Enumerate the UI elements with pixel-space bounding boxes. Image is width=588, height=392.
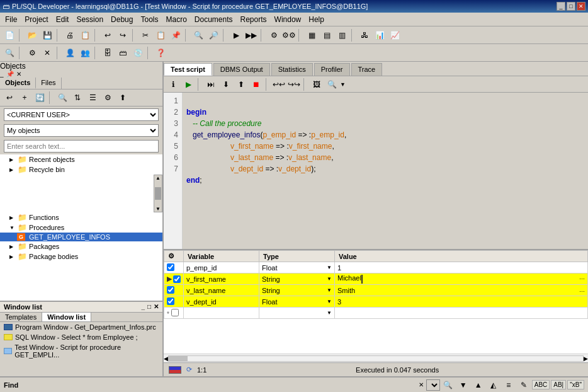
- expand-functions-icon[interactable]: ▶: [9, 215, 16, 221]
- menu-reports[interactable]: Reports: [237, 14, 271, 25]
- var-name-new[interactable]: [184, 308, 259, 319]
- menu-macro[interactable]: Macro: [162, 14, 190, 25]
- var-value-3-expand[interactable]: …: [579, 287, 585, 293]
- expand-recycle-icon[interactable]: ▶: [9, 167, 16, 173]
- find-replace-btn[interactable]: ≡: [502, 378, 516, 392]
- find-edit-btn[interactable]: ✎: [517, 378, 531, 392]
- tab-dbms-output[interactable]: DBMS Output: [213, 63, 270, 76]
- config2-button[interactable]: 📊: [373, 28, 387, 42]
- menu-help[interactable]: Help: [305, 14, 328, 25]
- clear-btn[interactable]: ✕: [40, 46, 54, 60]
- var-check-3[interactable]: [167, 286, 174, 294]
- filter-dropdown[interactable]: My objects: [4, 124, 159, 137]
- execute-button[interactable]: ▶: [229, 28, 243, 42]
- var-value-4[interactable]: 3: [335, 296, 588, 308]
- help-btn[interactable]: ❓: [154, 46, 167, 60]
- scroll-thumb[interactable]: [169, 356, 188, 361]
- db-btn[interactable]: 🗄: [101, 46, 115, 60]
- tree-item-package-bodies[interactable]: ▶ 📁 Package bodies: [0, 251, 162, 262]
- var-check-new[interactable]: [171, 309, 179, 316]
- search-icon-btn[interactable]: 🔍: [3, 46, 16, 60]
- find-close-icon[interactable]: ✕: [419, 381, 424, 388]
- tree-item-recycle[interactable]: ▶ 📁 Recycle bin: [0, 164, 162, 175]
- compile2-button[interactable]: ⚙⚙: [282, 28, 296, 42]
- obj-export-btn[interactable]: ⬆: [116, 91, 130, 105]
- grid-button[interactable]: ▦: [305, 28, 319, 42]
- var-value-1[interactable]: 1: [335, 262, 588, 274]
- tab-window-list[interactable]: Window list: [42, 313, 91, 321]
- obj-btn1[interactable]: 👤: [63, 46, 77, 60]
- tab-test-script[interactable]: Test script: [164, 63, 212, 76]
- close-button[interactable]: ✕: [577, 2, 585, 11]
- objects-minimize-icon[interactable]: _: [0, 71, 4, 78]
- obj-refresh-btn[interactable]: 🔄: [33, 91, 47, 105]
- config-button[interactable]: 🖧: [358, 28, 371, 42]
- db3-btn[interactable]: 💿: [131, 46, 145, 60]
- expand-recent-icon[interactable]: ▶: [9, 157, 16, 163]
- edit-tb-out[interactable]: ⬆: [234, 78, 248, 91]
- obj-filter-btn[interactable]: 🔍: [55, 91, 69, 105]
- print2-button[interactable]: 📋: [78, 28, 92, 42]
- wl-item-program[interactable]: Program Window - Get_Department_Infos.pr…: [0, 322, 162, 332]
- wl-item-test[interactable]: Test Window - Script for procedure GET_E…: [0, 342, 162, 360]
- menu-edit[interactable]: Edit: [52, 14, 73, 25]
- config3-button[interactable]: 📈: [388, 28, 402, 42]
- edit-tb-stop[interactable]: ⏹: [249, 78, 263, 91]
- find-up-btn[interactable]: ▲: [472, 378, 485, 392]
- edit-tb-fwd[interactable]: ↪↪: [287, 78, 301, 91]
- tab-files[interactable]: Files: [36, 78, 61, 89]
- menu-documents[interactable]: Documents: [191, 14, 237, 25]
- code-content[interactable]: begin -- Call the procedure get_employee…: [183, 93, 588, 249]
- grid2-button[interactable]: ▤: [320, 28, 334, 42]
- find-match-btn[interactable]: ◭: [487, 378, 500, 392]
- db2-btn[interactable]: 🗃: [116, 46, 130, 60]
- find-abc-btn[interactable]: ABC: [532, 380, 550, 389]
- find2-button[interactable]: 🔎: [206, 28, 220, 42]
- var-value-2-expand[interactable]: …: [579, 274, 585, 280]
- schema-dropdown[interactable]: <CURRENT USER>: [4, 108, 159, 121]
- menu-debug[interactable]: Debug: [107, 14, 137, 25]
- scroll-left-btn[interactable]: ◀: [164, 355, 168, 362]
- tree-item-get-employee-infos[interactable]: G GET_EMPLOYEE_INFOS: [0, 233, 162, 241]
- var-value-3[interactable]: Smith…: [335, 285, 588, 296]
- new-button[interactable]: 📄: [3, 28, 16, 42]
- menu-tools[interactable]: Tools: [137, 14, 162, 25]
- tab-trace[interactable]: Trace: [351, 63, 383, 76]
- compile-button[interactable]: ⚙: [267, 28, 281, 42]
- grid3-button[interactable]: ▥: [335, 28, 349, 42]
- wl-close-icon[interactable]: ✕: [154, 303, 159, 311]
- obj-config-btn[interactable]: ⚙: [101, 91, 115, 105]
- edit-tb-into[interactable]: ⬇: [219, 78, 233, 91]
- search-input[interactable]: [4, 140, 159, 153]
- edit-tb-search[interactable]: 🔍: [325, 78, 339, 91]
- var-check-1[interactable]: [167, 263, 174, 271]
- var-check-4[interactable]: [167, 297, 174, 305]
- redo-button[interactable]: ↪: [116, 28, 130, 42]
- execute2-button[interactable]: ▶▶: [244, 28, 258, 42]
- scroll-right-btn[interactable]: ▶: [584, 355, 588, 362]
- tree-scrollbar[interactable]: ▲ ▼: [154, 175, 162, 212]
- find-xb-btn[interactable]: "xB": [567, 380, 584, 389]
- obj-sort-btn[interactable]: ⇅: [71, 91, 84, 105]
- obj-btn2[interactable]: 👥: [78, 46, 92, 60]
- objects-pin-icon[interactable]: 📌: [6, 71, 14, 78]
- wl-item-sql[interactable]: SQL Window - Select * from Employee ;: [0, 332, 162, 342]
- expand-package-bodies-icon[interactable]: ▶: [9, 254, 16, 260]
- var-value-new[interactable]: [335, 308, 588, 319]
- obj-add-btn[interactable]: +: [18, 91, 31, 105]
- maximize-button[interactable]: □: [567, 2, 575, 11]
- minimize-button[interactable]: _: [557, 2, 565, 11]
- print-button[interactable]: 🖨: [63, 28, 77, 42]
- tree-item-packages[interactable]: ▶ 📁 Packages: [0, 241, 162, 251]
- find-search-btn[interactable]: 🔍: [441, 378, 455, 392]
- var-check-2[interactable]: [173, 275, 181, 283]
- tab-statistics[interactable]: Statistics: [271, 63, 313, 76]
- find-down-btn[interactable]: ▼: [456, 378, 470, 392]
- wl-float-icon[interactable]: □: [147, 303, 151, 311]
- save-button[interactable]: 💾: [40, 28, 54, 42]
- settings-btn[interactable]: ⚙: [25, 46, 39, 60]
- var-value-2[interactable]: Michael…: [335, 274, 588, 285]
- cut-button[interactable]: ✂: [139, 28, 152, 42]
- tab-profiler[interactable]: Profiler: [314, 63, 350, 76]
- edit-tb-step[interactable]: ⏭: [204, 78, 218, 91]
